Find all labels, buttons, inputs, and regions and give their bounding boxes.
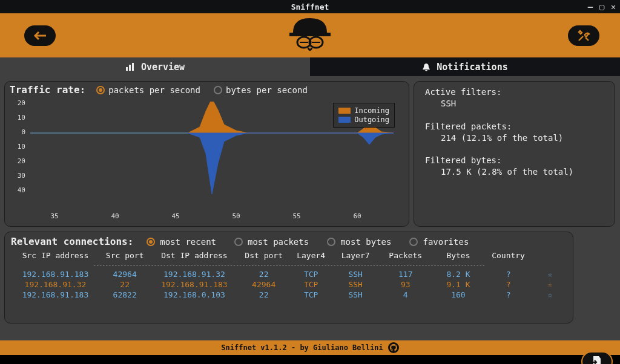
tab-notifications[interactable]: Notifications [310, 57, 620, 76]
radio-most-packets-label: most packets [248, 237, 309, 247]
chart-bar-icon [125, 63, 135, 71]
file-export-icon [592, 356, 602, 364]
table-row[interactable]: 192.168.91.18362822192.168.0.10322TCPSSH… [11, 290, 567, 300]
cell-src_port: 42964 [100, 269, 150, 279]
radio-favorites-label: favorites [423, 237, 469, 247]
export-report-button[interactable] [581, 351, 613, 364]
cell-l4: TCP [289, 290, 333, 300]
col-dst-port: Dst port [239, 250, 289, 261]
cell-src_ip: 192.168.91.183 [11, 269, 100, 279]
connections-title: Relevant connections: [11, 236, 133, 247]
tab-overview[interactable]: Overview [0, 57, 310, 76]
traffic-title: Traffic rate: [10, 84, 85, 96]
traffic-panel: Traffic rate: packets per second bytes p… [4, 81, 409, 227]
col-src-port: Src port [100, 250, 150, 261]
tabs: Overview Notifications [0, 57, 620, 76]
col-bytes: Bytes [434, 250, 484, 261]
col-country: Country [483, 250, 533, 261]
cell-dst_port: 22 [239, 290, 289, 300]
maximize-button[interactable]: ▢ [599, 4, 605, 10]
col-src-ip: Src IP address [11, 250, 100, 261]
cell-bytes: 8.2 K [434, 269, 484, 279]
github-link[interactable] [388, 342, 399, 353]
col-packets: Packets [378, 250, 434, 261]
radio-recent-label: most recent [160, 237, 216, 247]
table-header: Src IP address Src port Dst IP address D… [11, 250, 567, 261]
col-dst-ip: Dst IP address [150, 250, 239, 261]
cell-dst_port: 42964 [239, 279, 289, 290]
cell-dst_ip: 192.168.91.32 [150, 269, 239, 279]
header [0, 13, 620, 57]
radio-recent[interactable] [147, 238, 155, 246]
cell-l7: SSH [333, 290, 377, 300]
connections-panel: Relevant connections: most recent most p… [4, 232, 573, 323]
filters-l6: 17.5 K (2.8% of the total) [441, 166, 604, 178]
radio-most-bytes-label: most bytes [340, 237, 391, 247]
favorite-star[interactable]: ☆ [533, 290, 567, 300]
svg-rect-7 [129, 65, 131, 71]
window-controls: – ▢ ✕ [587, 0, 616, 13]
cell-packets: 4 [378, 290, 434, 300]
col-l4: Layer4 [289, 250, 333, 261]
table-row[interactable]: 192.168.91.18342964192.168.91.3222TCPSSH… [11, 269, 567, 279]
radio-bps[interactable] [214, 86, 222, 94]
cell-country: ? [483, 269, 533, 279]
favorite-star[interactable]: ☆ [533, 269, 567, 279]
radio-bps-label: bytes per second [226, 85, 308, 95]
cell-bytes: 160 [434, 290, 484, 300]
cell-dst_ip: 192.168.0.103 [150, 290, 239, 300]
titlebar: Sniffnet – ▢ ✕ [0, 0, 620, 13]
back-button[interactable] [24, 25, 56, 46]
traffic-chart: 20 10 0 10 20 30 40 35 40 45 50 55 60 In… [15, 99, 396, 220]
legend-incoming: Incoming [354, 106, 389, 115]
cell-l4: TCP [289, 279, 333, 290]
favorite-star[interactable]: ☆ [533, 279, 567, 290]
filters-l2: SSH [441, 98, 604, 109]
cell-l4: TCP [289, 269, 333, 279]
connections-table: Src IP address Src port Dst IP address D… [11, 250, 567, 300]
cell-bytes: 9.1 K [434, 279, 484, 290]
filters-l4: 214 (12.1% of the total) [441, 132, 604, 144]
cell-dst_ip: 192.168.91.183 [150, 279, 239, 290]
radio-favorites[interactable] [409, 238, 418, 246]
cell-l7: SSH [333, 279, 377, 290]
chart-legend: Incoming Outgoing [333, 103, 395, 128]
footer-text: Sniffnet v1.1.2 - by Giuliano Bellini [221, 343, 383, 352]
cell-src_port: 62822 [100, 290, 150, 300]
cell-src_ip: 192.168.91.32 [11, 279, 100, 290]
radio-most-bytes[interactable] [327, 238, 335, 246]
table-row[interactable]: 192.168.91.3222192.168.91.18342964TCPSSH… [11, 279, 567, 290]
cell-l7: SSH [333, 269, 377, 279]
radio-most-packets[interactable] [234, 238, 243, 246]
filters-panel: Active filters: SSH Filtered packets: 21… [414, 81, 615, 227]
main: Traffic rate: packets per second bytes p… [0, 76, 620, 340]
cell-packets: 93 [378, 279, 434, 290]
col-l7: Layer7 [333, 250, 377, 261]
github-icon [390, 344, 397, 351]
svg-rect-8 [132, 63, 134, 71]
cell-packets: 117 [378, 269, 434, 279]
window-title: Sniffnet [291, 2, 329, 11]
settings-button[interactable] [568, 25, 599, 46]
cell-src_ip: 192.168.91.183 [11, 290, 100, 300]
radio-pps[interactable] [96, 86, 105, 94]
minimize-button[interactable]: – [587, 4, 593, 10]
footer: Sniffnet v1.1.2 - by Giuliano Bellini [0, 340, 620, 355]
radio-pps-label: packets per second [108, 85, 200, 95]
close-button[interactable]: ✕ [610, 4, 616, 10]
cell-country: ? [483, 279, 533, 290]
cell-src_port: 22 [100, 279, 150, 290]
cell-country: ? [483, 290, 533, 300]
tab-overview-label: Overview [141, 62, 185, 73]
bell-icon [422, 63, 430, 71]
tools-icon [577, 29, 590, 42]
arrow-left-icon [33, 31, 47, 40]
cell-dst_port: 22 [239, 269, 289, 279]
filters-l1: Active filters: [425, 86, 604, 98]
filters-l3: Filtered packets: [425, 121, 604, 132]
tab-notifications-label: Notifications [437, 62, 507, 73]
app-logo [288, 15, 332, 57]
legend-outgoing: Outgoing [354, 115, 389, 124]
filters-l5: Filtered bytes: [425, 155, 604, 166]
svg-rect-6 [126, 67, 128, 71]
